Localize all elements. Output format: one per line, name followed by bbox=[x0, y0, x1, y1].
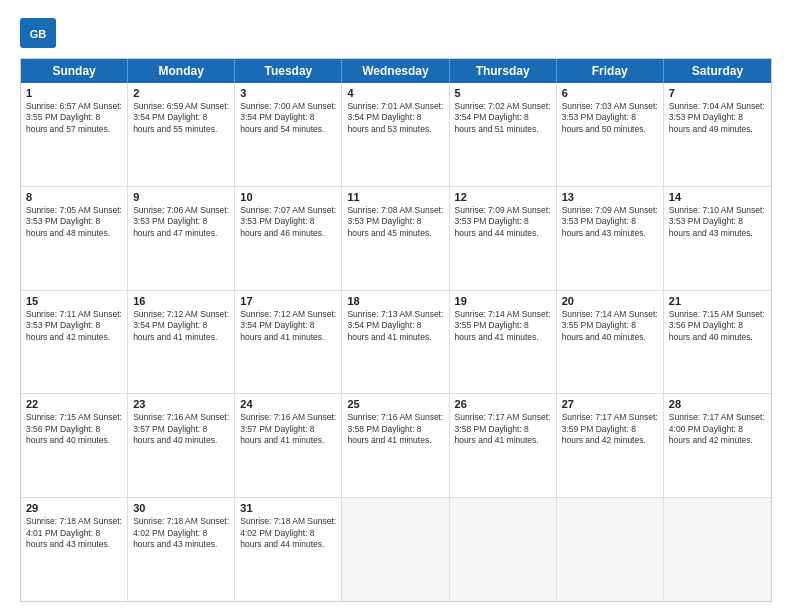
calendar-week-2: 8Sunrise: 7:05 AM Sunset: 3:53 PM Daylig… bbox=[21, 187, 771, 291]
calendar-week-4: 22Sunrise: 7:15 AM Sunset: 3:56 PM Dayli… bbox=[21, 394, 771, 498]
calendar-day-9: 9Sunrise: 7:06 AM Sunset: 3:53 PM Daylig… bbox=[128, 187, 235, 290]
calendar-day-6: 6Sunrise: 7:03 AM Sunset: 3:53 PM Daylig… bbox=[557, 83, 664, 186]
calendar-day-2: 2Sunrise: 6:59 AM Sunset: 3:54 PM Daylig… bbox=[128, 83, 235, 186]
calendar-day-28: 28Sunrise: 7:17 AM Sunset: 4:00 PM Dayli… bbox=[664, 394, 771, 497]
calendar-day-8: 8Sunrise: 7:05 AM Sunset: 3:53 PM Daylig… bbox=[21, 187, 128, 290]
logo: GB bbox=[20, 18, 62, 48]
calendar-day-11: 11Sunrise: 7:08 AM Sunset: 3:53 PM Dayli… bbox=[342, 187, 449, 290]
calendar-day-21: 21Sunrise: 7:15 AM Sunset: 3:56 PM Dayli… bbox=[664, 291, 771, 394]
header-day-wednesday: Wednesday bbox=[342, 59, 449, 83]
calendar-day-20: 20Sunrise: 7:14 AM Sunset: 3:55 PM Dayli… bbox=[557, 291, 664, 394]
calendar-week-3: 15Sunrise: 7:11 AM Sunset: 3:53 PM Dayli… bbox=[21, 291, 771, 395]
calendar-day-16: 16Sunrise: 7:12 AM Sunset: 3:54 PM Dayli… bbox=[128, 291, 235, 394]
calendar-week-1: 1Sunrise: 6:57 AM Sunset: 3:55 PM Daylig… bbox=[21, 83, 771, 187]
logo-icon: GB bbox=[20, 18, 56, 48]
calendar-day-7: 7Sunrise: 7:04 AM Sunset: 3:53 PM Daylig… bbox=[664, 83, 771, 186]
calendar-day-10: 10Sunrise: 7:07 AM Sunset: 3:53 PM Dayli… bbox=[235, 187, 342, 290]
calendar-day-12: 12Sunrise: 7:09 AM Sunset: 3:53 PM Dayli… bbox=[450, 187, 557, 290]
calendar-day-13: 13Sunrise: 7:09 AM Sunset: 3:53 PM Dayli… bbox=[557, 187, 664, 290]
calendar-day-14: 14Sunrise: 7:10 AM Sunset: 3:53 PM Dayli… bbox=[664, 187, 771, 290]
calendar-day-29: 29Sunrise: 7:18 AM Sunset: 4:01 PM Dayli… bbox=[21, 498, 128, 601]
header-day-monday: Monday bbox=[128, 59, 235, 83]
calendar-day-15: 15Sunrise: 7:11 AM Sunset: 3:53 PM Dayli… bbox=[21, 291, 128, 394]
calendar-header: SundayMondayTuesdayWednesdayThursdayFrid… bbox=[21, 59, 771, 83]
calendar-day-3: 3Sunrise: 7:00 AM Sunset: 3:54 PM Daylig… bbox=[235, 83, 342, 186]
header-day-saturday: Saturday bbox=[664, 59, 771, 83]
calendar-day-25: 25Sunrise: 7:16 AM Sunset: 3:58 PM Dayli… bbox=[342, 394, 449, 497]
calendar-week-5: 29Sunrise: 7:18 AM Sunset: 4:01 PM Dayli… bbox=[21, 498, 771, 601]
calendar-day-27: 27Sunrise: 7:17 AM Sunset: 3:59 PM Dayli… bbox=[557, 394, 664, 497]
calendar-day-18: 18Sunrise: 7:13 AM Sunset: 3:54 PM Dayli… bbox=[342, 291, 449, 394]
calendar-day-1: 1Sunrise: 6:57 AM Sunset: 3:55 PM Daylig… bbox=[21, 83, 128, 186]
calendar-day-5: 5Sunrise: 7:02 AM Sunset: 3:54 PM Daylig… bbox=[450, 83, 557, 186]
page-header: GB bbox=[20, 18, 772, 48]
header-day-sunday: Sunday bbox=[21, 59, 128, 83]
calendar-empty bbox=[450, 498, 557, 601]
calendar: SundayMondayTuesdayWednesdayThursdayFrid… bbox=[20, 58, 772, 602]
svg-text:GB: GB bbox=[30, 28, 47, 40]
calendar-day-22: 22Sunrise: 7:15 AM Sunset: 3:56 PM Dayli… bbox=[21, 394, 128, 497]
calendar-empty bbox=[664, 498, 771, 601]
calendar-day-26: 26Sunrise: 7:17 AM Sunset: 3:58 PM Dayli… bbox=[450, 394, 557, 497]
calendar-empty bbox=[557, 498, 664, 601]
header-day-friday: Friday bbox=[557, 59, 664, 83]
calendar-day-17: 17Sunrise: 7:12 AM Sunset: 3:54 PM Dayli… bbox=[235, 291, 342, 394]
calendar-day-24: 24Sunrise: 7:16 AM Sunset: 3:57 PM Dayli… bbox=[235, 394, 342, 497]
calendar-body: 1Sunrise: 6:57 AM Sunset: 3:55 PM Daylig… bbox=[21, 83, 771, 601]
calendar-day-23: 23Sunrise: 7:16 AM Sunset: 3:57 PM Dayli… bbox=[128, 394, 235, 497]
calendar-empty bbox=[342, 498, 449, 601]
calendar-day-4: 4Sunrise: 7:01 AM Sunset: 3:54 PM Daylig… bbox=[342, 83, 449, 186]
header-day-tuesday: Tuesday bbox=[235, 59, 342, 83]
header-day-thursday: Thursday bbox=[450, 59, 557, 83]
calendar-day-31: 31Sunrise: 7:18 AM Sunset: 4:02 PM Dayli… bbox=[235, 498, 342, 601]
calendar-day-19: 19Sunrise: 7:14 AM Sunset: 3:55 PM Dayli… bbox=[450, 291, 557, 394]
calendar-day-30: 30Sunrise: 7:18 AM Sunset: 4:02 PM Dayli… bbox=[128, 498, 235, 601]
